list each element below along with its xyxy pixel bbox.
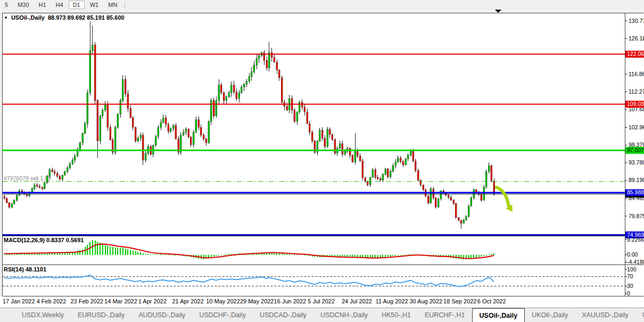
svg-text:89.190: 89.190 (629, 177, 644, 183)
date-label: 23 Feb 2022 (70, 298, 103, 304)
chart-area: #7976078 sell 1.00 130.770126.180116.865… (0, 13, 644, 296)
timeframe-button-m30[interactable]: M30 (13, 1, 33, 9)
date-label: 6 Oct 2022 (477, 298, 506, 304)
date-label: 5 Jul 2022 (308, 298, 335, 304)
symbol-tab-usdcnh-daily[interactable]: USDCNH-,Daily (313, 308, 375, 322)
symbol-tab-audusd-daily[interactable]: AUDUSD-,Daily (131, 308, 192, 322)
timeframe-button-h1[interactable]: H1 (35, 1, 51, 9)
rsi-line (4, 275, 494, 287)
date-label: 4 Feb 2022 (37, 298, 67, 304)
macd-axis-ticks: 9.22660.00-4.4188 (625, 236, 644, 265)
timeframe-toolbar: 5M30H1H4D1W1MN (0, 0, 644, 10)
toolbar-separator (125, 2, 125, 9)
price-chart-canvas[interactable]: 130.770126.180116.865112.275107.685102.9… (0, 13, 644, 296)
symbol-tabbar: USDX,WeeklyEURUSD-,DailyAUDUSD-,DailyUSD… (0, 308, 644, 322)
svg-text:102.960: 102.960 (629, 124, 644, 130)
symbol-tab-ukoil-daily[interactable]: UKOil-,Daily (525, 308, 575, 322)
date-label: 29 May 2022 (240, 298, 274, 304)
svg-text:109.036: 109.036 (627, 101, 644, 107)
rsi-axis-ticks: 10070300 (625, 266, 637, 296)
svg-text:30: 30 (627, 283, 633, 289)
one-click-trading-toggle-icon[interactable]: ▼ (4, 15, 8, 20)
symbol-tab-hk50-h1[interactable]: HK50-,H1 (375, 308, 418, 322)
timeframe-button-w1[interactable]: W1 (86, 1, 103, 9)
svg-text:122.066: 122.066 (627, 51, 644, 57)
svg-text:93.780: 93.780 (629, 159, 644, 166)
macd-indicator-label: MACD(12,26,9) 0.8337 0.5691 (4, 237, 84, 243)
date-label: 18 Sep 2022 (443, 298, 476, 304)
horizontal-lines: 122.066109.03697.00785.60085.98874.969 (3, 51, 644, 238)
svg-text:79.875: 79.875 (629, 213, 644, 219)
svg-text:126.180: 126.180 (629, 35, 644, 42)
date-label: 11 Aug 2022 (376, 298, 408, 304)
svg-text:70: 70 (627, 273, 633, 279)
svg-text:97.007: 97.007 (627, 147, 644, 153)
rsi-indicator-label: RSI(14) 48.1101 (4, 266, 46, 273)
mt4-window: 5M30H1H4D1W1MN #7976078 sell 1.00 130.77… (0, 0, 644, 322)
chart-title: ▼ USOil-,Daily 88.973 89.692 85.191 85.6… (4, 14, 125, 21)
date-label: 30 Aug 2022 (409, 298, 442, 304)
symbol-tab-usdx-weekly[interactable]: USDX,Weekly (15, 308, 71, 322)
timeframe-button-mn[interactable]: MN (104, 1, 121, 9)
candles (4, 21, 495, 228)
date-label: 16 Jun 2022 (274, 298, 307, 304)
svg-text:116.865: 116.865 (629, 71, 644, 77)
svg-text:0.00: 0.00 (627, 251, 638, 258)
symbol-tab-ukoil-da[interactable]: UKOil-,Da (635, 308, 644, 322)
symbol-tab-usdchf-daily[interactable]: USDCHF-,Daily (192, 308, 253, 322)
symbol-tab-usdcad-daily[interactable]: USDCAD-,Daily (253, 308, 313, 322)
svg-text:100: 100 (627, 266, 637, 273)
symbol-tab-xauusd-daily[interactable]: XAUUSD-,Daily (575, 308, 635, 322)
symbol-tab-eurusd-daily[interactable]: EURUSD-,Daily (71, 308, 131, 322)
svg-text:85.988: 85.988 (627, 189, 644, 195)
date-label: 21 Apr 2022 (172, 298, 204, 304)
symbol-tab-eurchf-h1[interactable]: EURCHF-,H1 (418, 308, 472, 322)
date-axis[interactable]: 17 Jan 20224 Feb 202223 Feb 202214 Mar 2… (0, 296, 644, 307)
timeframe-button-d1[interactable]: D1 (69, 1, 85, 9)
svg-text:9.2266: 9.2266 (627, 236, 644, 243)
date-label: 1 Apr 2022 (138, 298, 167, 304)
date-label: 17 Jan 2022 (3, 298, 35, 304)
svg-text:-4.4188: -4.4188 (627, 259, 644, 265)
date-label: 14 Mar 2022 (104, 298, 137, 304)
svg-text:0: 0 (627, 290, 630, 296)
timeframe-button-h4[interactable]: H4 (52, 1, 68, 9)
date-label: 10 May 2022 (206, 298, 240, 304)
svg-text:130.770: 130.770 (629, 18, 644, 24)
chart-symbol-label: USOil-,Daily (11, 14, 45, 21)
symbol-tab-usoil-daily[interactable]: USOil-,Daily (472, 308, 525, 322)
timeframe-button-5[interactable]: 5 (1, 1, 12, 9)
date-label: 24 Jul 2022 (342, 298, 372, 304)
down-arrow-annotation[interactable] (497, 187, 513, 212)
svg-text:112.275: 112.275 (629, 88, 644, 95)
chart-ohlc-values: 88.973 89.692 85.191 85.600 (48, 14, 125, 21)
